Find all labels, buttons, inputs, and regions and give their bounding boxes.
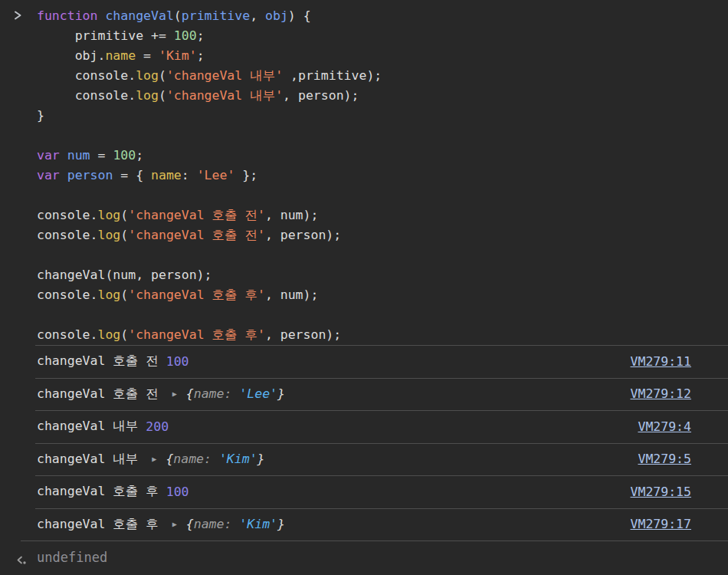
object-preview-part: } [277, 517, 285, 531]
source-location-link[interactable]: VM279:4 [638, 419, 691, 434]
code-token-plain: obj. [37, 48, 105, 63]
object-preview-part: { [186, 517, 194, 531]
code-token-plain: console. [37, 208, 97, 222]
code-token-kw: var [37, 168, 60, 182]
code-token-plain: ( [120, 327, 128, 342]
log-number: 200 [146, 419, 169, 434]
object-preview-part: 'Kim' [239, 517, 277, 531]
code-token-kw: var [37, 148, 60, 163]
code-line [37, 126, 710, 146]
code-line: console.log('changeVal 호출 전', num); [37, 205, 710, 225]
code-line: primitive += 100; [37, 26, 710, 46]
code-line: } [37, 106, 710, 126]
code-token-def: num [67, 148, 90, 163]
log-content: changeVal 내부▶{name: 'Kim'} [37, 451, 638, 468]
console-message: changeVal 호출 전▶{name: 'Lee'}VM279:12 [0, 378, 728, 411]
code-token-prop: name [105, 48, 136, 63]
code-token-plain: }; [234, 168, 257, 182]
object-preview-part [231, 386, 239, 401]
console-message: changeVal 호출 후▶{name: 'Kim'}VM279:17 [0, 508, 728, 541]
code-token-plain: = [90, 148, 113, 163]
code-line: changeVal(num, person); [37, 265, 710, 285]
log-content: changeVal 내부 200 [37, 418, 638, 435]
return-value-icon [15, 552, 28, 570]
code-token-kw: function [37, 8, 97, 23]
code-line: console.log('changeVal 호출 후', num); [37, 285, 710, 305]
code-token-plain: , num); [265, 288, 319, 302]
code-token-plain: console. [37, 288, 97, 302]
code-token-prop: log [136, 68, 159, 83]
log-text: changeVal 호출 전 [37, 386, 159, 402]
code-line: console.log('changeVal 호출 전', person); [37, 225, 710, 245]
eval-result-value: undefined [37, 550, 107, 565]
object-preview-part: { [186, 386, 194, 401]
log-text: changeVal 호출 후 [37, 483, 166, 500]
code-token-str: 'changeVal 호출 전' [128, 228, 265, 242]
source-location-link[interactable]: VM279:17 [631, 517, 691, 531]
code-token-str: 'changeVal 호출 전' [128, 208, 265, 222]
code-token-def: primitive [182, 8, 250, 23]
code-token-plain: ; [197, 28, 205, 43]
console-prompt-chevron-right-icon [13, 9, 23, 25]
source-location-link[interactable]: VM279:15 [631, 485, 691, 499]
object-preview-part [231, 517, 239, 531]
code-token-plain: console. [37, 327, 97, 342]
code-token-str: 'changeVal 호출 후' [128, 327, 265, 342]
code-token-plain: : [182, 168, 197, 182]
object-preview-part: name: [194, 517, 232, 531]
object-preview[interactable]: {name: 'Kim'} [166, 452, 264, 466]
code-token-plain: console. [37, 88, 136, 103]
code-line: obj.name = 'Kim'; [37, 46, 710, 66]
expand-triangle-icon[interactable]: ▶ [172, 390, 177, 398]
code-token-str: 'changeVal 호출 후' [128, 288, 265, 302]
devtools-console: { "colors": { "background": "#282828", "… [0, 0, 728, 575]
code-token-plain: , person); [265, 327, 341, 342]
code-line: function changeVal(primitive, obj) { [37, 6, 710, 26]
expand-triangle-icon[interactable]: ▶ [172, 521, 177, 528]
object-preview-part: name: [194, 386, 232, 401]
code-token-def: changeVal [105, 8, 173, 23]
code-line: var person = { name: 'Lee' }; [37, 166, 710, 186]
code-token-def: obj [265, 8, 288, 23]
code-token-prop: log [136, 88, 159, 103]
code-token-plain: , person); [265, 228, 341, 242]
source-location-link[interactable]: VM279:11 [631, 354, 691, 369]
code-token-plain: ( [120, 288, 128, 302]
console-message: changeVal 내부 200VM279:4 [0, 410, 728, 443]
code-token-str: 'changeVal 내부' [166, 88, 283, 103]
code-token-plain: console. [37, 228, 97, 242]
object-preview[interactable]: {name: 'Lee'} [186, 386, 285, 401]
object-preview-part: 'Kim' [219, 452, 257, 466]
source-location-link[interactable]: VM279:12 [631, 386, 691, 401]
console-message: changeVal 호출 후 100VM279:15 [0, 475, 728, 508]
code-token-str: 'changeVal 내부' [166, 68, 283, 83]
code-token-num: 100 [174, 28, 197, 43]
code-token-prop: log [97, 208, 120, 222]
expand-triangle-icon[interactable]: ▶ [152, 455, 156, 463]
console-input-code: function changeVal(primitive, obj) { pri… [37, 6, 710, 345]
code-line: var num = 100; [37, 146, 710, 166]
log-number: 100 [166, 354, 189, 369]
console-input-echo: function changeVal(primitive, obj) { pri… [0, 0, 728, 345]
code-token-plain: ( [159, 88, 166, 103]
code-token-prop: log [97, 228, 120, 242]
object-preview-part [212, 452, 219, 466]
log-content: changeVal 호출 후▶{name: 'Kim'} [37, 516, 631, 533]
code-token-prop: name [151, 168, 182, 182]
object-preview[interactable]: {name: 'Kim'} [186, 517, 285, 531]
code-token-plain: ( [159, 68, 166, 83]
code-line [37, 186, 710, 205]
code-token-str: 'Lee' [197, 168, 235, 182]
log-content: changeVal 호출 후 100 [37, 483, 631, 500]
code-token-prop: log [97, 327, 120, 342]
code-token-plain: , [250, 8, 265, 23]
object-preview-part: } [257, 452, 265, 466]
log-text: changeVal 내부 [37, 451, 138, 468]
console-message: changeVal 내부▶{name: 'Kim'}VM279:5 [0, 443, 728, 476]
code-token-plain: primitive += [37, 28, 174, 43]
code-token-str: 'Kim' [159, 48, 197, 63]
source-location-link[interactable]: VM279:5 [638, 452, 691, 466]
log-content: changeVal 호출 전▶{name: 'Lee'} [37, 386, 631, 402]
log-text: changeVal 호출 후 [37, 516, 159, 533]
code-token-plain [97, 8, 105, 23]
